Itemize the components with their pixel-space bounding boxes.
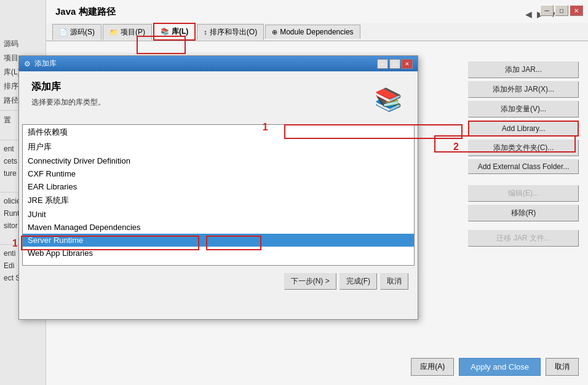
apply-and-close-btn[interactable]: Apply and Close	[459, 358, 541, 376]
projects-tab-label: 项目(P)	[121, 27, 145, 38]
dialog-win-controls: ─ □ ✕	[377, 59, 413, 69]
tab-source[interactable]: 📄 源码(S)	[52, 24, 101, 40]
library-item-9[interactable]: Web App Libraries	[23, 247, 414, 260]
tab-deps[interactable]: ⊕ Module Dependencies	[265, 25, 360, 39]
library-item-0[interactable]: 插件依赖项	[23, 125, 414, 140]
library-item-8[interactable]: Server Runtime	[23, 234, 414, 247]
maximize-btn[interactable]: □	[555, 5, 568, 16]
library-item-5[interactable]: JRE 系统库	[23, 193, 414, 208]
minimize-btn[interactable]: ─	[540, 5, 554, 16]
bottom-bar: 应用(A) Apply and Close 取消	[411, 358, 579, 376]
dialog-next-btn[interactable]: 下一步(N) >	[284, 273, 336, 290]
tabs-row: 📄 源码(S) 📁 项目(P) 📚 库(L) ↕ 排序和导出(O) ⊕ Modu…	[46, 23, 588, 41]
dialog-heading: 添加库	[31, 81, 405, 93]
right-buttons: 添加 JAR... 添加外部 JAR(X)... 添加变量(V)... Add …	[468, 62, 579, 247]
window-controls: ─ □ ✕	[540, 5, 583, 16]
library-item-1[interactable]: 用户库	[23, 140, 414, 154]
step2-label: 2	[453, 141, 459, 153]
dialog-library-icon: 📚	[375, 87, 402, 113]
step1-label: 1	[263, 122, 268, 133]
add-class-folder-btn[interactable]: 添加类文件夹(C)...	[468, 140, 579, 156]
edit-btn[interactable]: 编辑(E)...	[468, 185, 579, 202]
panel-title: Java 构建路径	[46, 0, 588, 23]
dialog-content: 添加库 选择要添加的库类型。 📚	[19, 71, 418, 124]
add-variable-btn[interactable]: 添加变量(V)...	[468, 101, 579, 117]
library-item-3[interactable]: CXF Runtime	[23, 167, 414, 180]
sidebar-item-1: 源码	[0, 37, 46, 51]
apply-btn[interactable]: 应用(A)	[411, 358, 454, 376]
library-item-6[interactable]: JUnit	[23, 208, 414, 221]
main-window: 源码 项目 库(L) 排序 路径 置 ent cets ture olicies…	[0, 0, 588, 385]
dialog-title-icon: ⚙	[24, 60, 31, 68]
library-item-7[interactable]: Maven Managed Dependencies	[23, 221, 414, 234]
dialog-finish-btn[interactable]: 完成(F)	[340, 273, 377, 290]
projects-tab-icon: 📁	[109, 28, 118, 36]
tab-order[interactable]: ↕ 排序和导出(O)	[197, 24, 264, 40]
source-tab-label: 源码(S)	[70, 27, 95, 38]
dialog-minimize-btn[interactable]: ─	[377, 59, 388, 69]
remove-btn[interactable]: 移除(R)	[468, 205, 579, 221]
add-library-dialog: ⚙ 添加库 ─ □ ✕ 添加库 选择要添加的库类型。 📚 插件依赖项 用户库 C…	[18, 55, 418, 320]
dialog-maximize-btn[interactable]: □	[389, 59, 400, 69]
tab-library[interactable]: 📚 库(L)	[153, 23, 196, 41]
order-tab-label: 排序和导出(O)	[210, 27, 257, 38]
back-arrow[interactable]: ◀	[525, 9, 532, 19]
step1-external-label: 1	[12, 238, 18, 249]
deps-tab-icon: ⊕	[272, 28, 277, 36]
migrate-jar-btn[interactable]: 迁移 JAR 文件...	[468, 230, 579, 247]
dialog-title-text: 添加库	[34, 58, 57, 69]
library-list[interactable]: 插件依赖项 用户库 Connectivity Driver Definition…	[22, 124, 415, 266]
library-tab-icon: 📚	[161, 28, 169, 36]
add-external-jar-btn[interactable]: 添加外部 JAR(X)...	[468, 81, 579, 98]
library-item-4[interactable]: EAR Libraries	[23, 180, 414, 193]
cancel-main-btn[interactable]: 取消	[546, 358, 579, 376]
add-library-btn[interactable]: Add Library...	[468, 121, 579, 137]
library-tab-label: 库(L)	[172, 26, 188, 37]
dialog-close-btn[interactable]: ✕	[402, 59, 413, 69]
source-tab-icon: 📄	[59, 28, 68, 36]
dialog-title-left: ⚙ 添加库	[24, 58, 57, 69]
dialog-titlebar: ⚙ 添加库 ─ □ ✕	[19, 56, 418, 71]
tab-projects[interactable]: 📁 项目(P)	[103, 24, 152, 40]
dialog-subtext: 选择要添加的库类型。	[31, 97, 405, 108]
library-item-2[interactable]: Connectivity Driver Definition	[23, 154, 414, 167]
add-external-class-folder-btn[interactable]: Add External Class Folder...	[468, 159, 579, 174]
dialog-cancel-btn[interactable]: 取消	[380, 273, 408, 290]
add-jar-btn[interactable]: 添加 JAR...	[468, 62, 579, 78]
deps-tab-label: Module Dependencies	[280, 28, 353, 36]
close-btn[interactable]: ✕	[570, 5, 583, 16]
order-tab-icon: ↕	[204, 28, 207, 36]
